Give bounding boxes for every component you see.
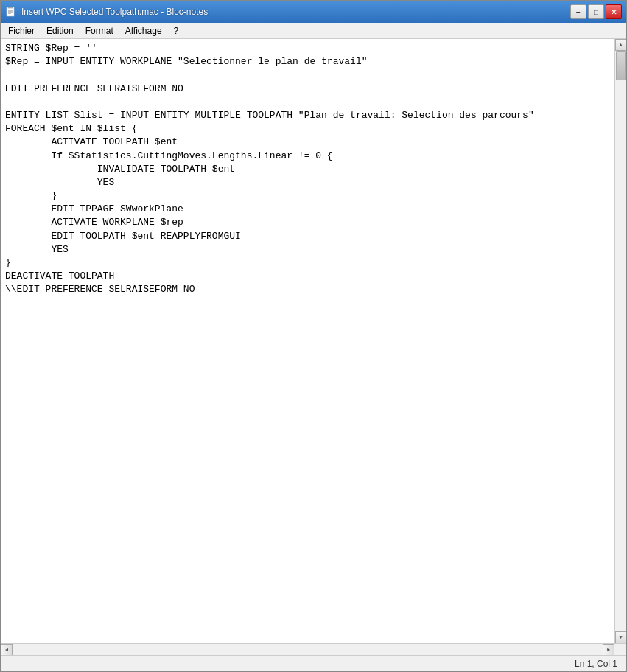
- menu-fichier[interactable]: Fichier: [2, 24, 41, 38]
- scroll-left-button[interactable]: ◄: [1, 644, 13, 656]
- horizontal-scrollbar: ◄ ►: [1, 643, 626, 655]
- menu-help[interactable]: ?: [168, 24, 185, 38]
- vertical-scrollbar: ▲ ▼: [614, 39, 626, 643]
- close-button[interactable]: ✕: [606, 4, 622, 19]
- title-bar: Insert WPC Selected Toolpath.mac - Bloc-…: [1, 1, 626, 23]
- scroll-corner: [614, 644, 626, 656]
- menu-bar: Fichier Edition Format Affichage ?: [1, 23, 626, 39]
- title-bar-left: Insert WPC Selected Toolpath.mac - Bloc-…: [5, 6, 208, 18]
- minimize-button[interactable]: −: [570, 4, 586, 19]
- maximize-button[interactable]: □: [588, 4, 604, 19]
- scroll-track-h[interactable]: [13, 644, 603, 655]
- menu-edition[interactable]: Edition: [41, 24, 80, 38]
- scroll-right-button[interactable]: ►: [603, 644, 614, 656]
- editor-container: STRING $Rep = '' $Rep = INPUT ENTITY WOR…: [1, 39, 626, 643]
- svg-rect-1: [8, 7, 13, 8]
- menu-affichage[interactable]: Affichage: [119, 24, 168, 38]
- notepad-icon: [5, 6, 17, 18]
- status-bar: Ln 1, Col 1: [1, 655, 626, 671]
- editor-scroll-area[interactable]: STRING $Rep = '' $Rep = INPUT ENTITY WOR…: [1, 39, 614, 643]
- editor-content[interactable]: STRING $Rep = '' $Rep = INPUT ENTITY WOR…: [1, 39, 614, 643]
- scroll-track-v[interactable]: [615, 51, 626, 631]
- window-title: Insert WPC Selected Toolpath.mac - Bloc-…: [21, 7, 208, 17]
- menu-format[interactable]: Format: [80, 24, 119, 38]
- scroll-thumb-v[interactable]: [616, 51, 626, 80]
- cursor-position: Ln 1, Col 1: [575, 659, 617, 669]
- scroll-up-button[interactable]: ▲: [615, 39, 626, 51]
- title-buttons: − □ ✕: [570, 4, 622, 19]
- main-window: Insert WPC Selected Toolpath.mac - Bloc-…: [0, 0, 627, 672]
- scroll-down-button[interactable]: ▼: [615, 631, 626, 643]
